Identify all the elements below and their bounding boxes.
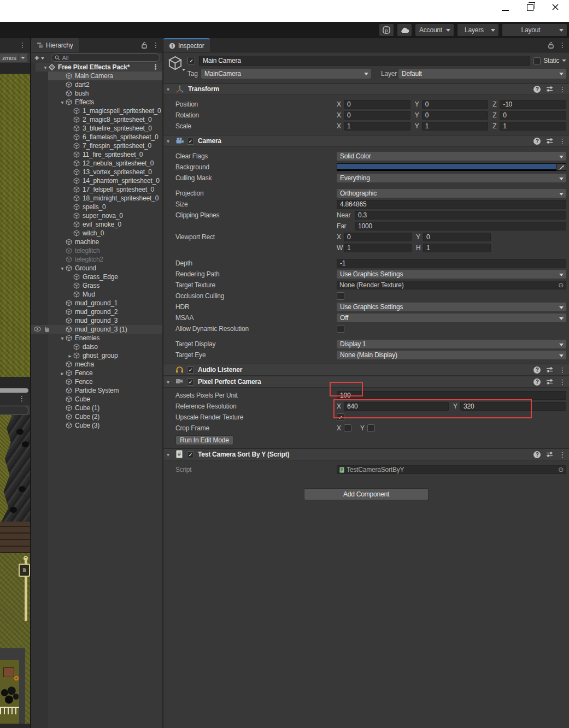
viewport-y-field[interactable]: 0 <box>423 233 491 241</box>
hierarchy-item[interactable]: Fence <box>48 377 162 386</box>
hierarchy-item[interactable]: Cube (3) <box>48 421 162 430</box>
cloud-services-button[interactable] <box>397 24 412 36</box>
eyedropper-icon[interactable] <box>556 163 566 171</box>
kebab-menu-icon[interactable]: ⋮ <box>559 451 566 458</box>
object-picker-icon[interactable]: ⊙ <box>558 281 564 289</box>
help-icon[interactable]: ? <box>533 86 541 93</box>
hierarchy-item[interactable]: 14_phantom_spritesheet_0 <box>48 176 162 185</box>
hierarchy-item[interactable]: mud_ground_2 <box>48 307 162 316</box>
layers-dropdown[interactable]: Layers <box>457 24 498 36</box>
foldout-right-icon[interactable]: ▸ <box>67 353 73 359</box>
add-component-button[interactable]: Add Component <box>304 488 429 500</box>
hierarchy-item[interactable]: teleglitch <box>48 246 162 255</box>
hierarchy-item[interactable]: witch_0 <box>48 229 162 238</box>
pick-icon[interactable] <box>44 326 50 332</box>
pixel-perfect-enabled-checkbox[interactable] <box>187 378 194 386</box>
hierarchy-item[interactable]: spells_0 <box>48 203 162 211</box>
version-control-button[interactable]: p <box>379 24 394 36</box>
presets-icon[interactable] <box>546 366 553 373</box>
size-field[interactable]: 4.864865 <box>337 200 566 209</box>
account-dropdown[interactable]: Account <box>415 24 454 36</box>
hierarchy-item[interactable]: 6_flamelash_spritesheet_0 <box>48 133 162 141</box>
hierarchy-item[interactable]: 7_firespin_spritesheet_0 <box>48 141 162 150</box>
foldout-open-icon[interactable]: ▾ <box>167 138 173 144</box>
hierarchy-item[interactable]: mecha <box>48 360 162 369</box>
tab-hierarchy[interactable]: Hierarchy <box>31 38 79 52</box>
audio-listener-header[interactable]: Audio Listener ? ⋮ <box>163 364 569 376</box>
foldout-right-icon[interactable]: ▸ <box>59 370 66 376</box>
audio-listener-enabled-checkbox[interactable] <box>187 366 194 374</box>
target-eye-dropdown[interactable]: None (Main Display) <box>337 351 566 359</box>
hierarchy-item[interactable]: 3_bluefire_spritesheet_0 <box>48 124 162 133</box>
static-checkbox[interactable] <box>533 57 541 64</box>
projection-dropdown[interactable]: Orthographic <box>337 189 566 198</box>
kebab-menu-icon[interactable]: ⋮ <box>559 138 566 145</box>
hierarchy-item[interactable]: Particle System <box>48 386 162 395</box>
script-component-header[interactable]: ▾ # Test Camera Sort By Y (Script) ? ⋮ <box>163 448 569 460</box>
scale-y-field[interactable]: 1 <box>422 122 489 131</box>
hierarchy-item[interactable]: mud_ground_3 (1) <box>31 325 162 334</box>
hierarchy-item[interactable]: bush <box>48 89 162 98</box>
viewport-x-field[interactable]: 0 <box>344 233 412 241</box>
rotation-z-field[interactable]: 0 <box>500 111 566 120</box>
viewport-w-field[interactable]: 1 <box>344 244 412 252</box>
kebab-menu-icon[interactable]: ⋮ <box>559 86 566 93</box>
kebab-menu-icon[interactable]: ⋮ <box>152 42 159 49</box>
chevron-down-icon[interactable] <box>562 60 566 62</box>
hierarchy-search-input[interactable]: All <box>51 54 160 62</box>
rotation-y-field[interactable]: 0 <box>422 111 489 120</box>
msaa-dropdown[interactable]: Off <box>337 313 566 322</box>
camera-enabled-checkbox[interactable] <box>187 138 194 145</box>
hierarchy-item[interactable]: Cube (1) <box>48 404 162 412</box>
kebab-menu-icon[interactable]: ⋮ <box>19 42 26 49</box>
position-y-field[interactable]: 0 <box>422 100 489 109</box>
close-icon[interactable] <box>552 3 559 11</box>
foldout-open-icon[interactable]: ▾ <box>167 379 173 385</box>
crop-frame-x-checkbox[interactable] <box>344 424 351 432</box>
script-field[interactable]: TestCameraSortByY ⊙ <box>337 465 566 474</box>
scale-z-field[interactable]: 1 <box>500 122 566 131</box>
run-in-edit-mode-button[interactable]: Run In Edit Mode <box>175 435 233 445</box>
occlusion-culling-checkbox[interactable] <box>337 292 344 300</box>
assets-pixels-per-unit-field[interactable]: 100 <box>337 391 566 400</box>
kebab-menu-icon[interactable]: ⋮ <box>152 63 159 70</box>
hierarchy-item[interactable]: evil_smoke_0 <box>48 220 162 229</box>
presets-icon[interactable] <box>546 86 553 92</box>
hierarchy-item[interactable]: Grass <box>48 281 162 290</box>
near-field[interactable]: 0.3 <box>355 211 566 220</box>
hierarchy-item[interactable]: machine <box>48 238 162 246</box>
foldout-down-icon[interactable]: ▾ <box>59 99 66 105</box>
chevron-down-icon[interactable] <box>182 69 185 71</box>
hierarchy-item[interactable]: Cube (2) <box>48 412 162 421</box>
hierarchy-item[interactable]: ▸Fence <box>48 369 162 377</box>
hierarchy-item[interactable]: mud_ground_1 <box>48 299 162 307</box>
clear-flags-dropdown[interactable]: Solid Color <box>337 152 566 161</box>
hierarchy-item[interactable]: Mud <box>48 290 162 299</box>
gameobject-cube-icon[interactable] <box>168 56 183 70</box>
pixel-perfect-camera-header[interactable]: ▾ Pixel Perfect Camera ? ⋮ <box>163 376 569 388</box>
layout-dropdown[interactable]: Layout <box>502 24 567 36</box>
rotation-x-field[interactable]: 0 <box>344 111 410 120</box>
hierarchy-item[interactable]: Main Camera <box>48 72 162 80</box>
unlock-icon[interactable] <box>142 42 147 49</box>
foldout-down-icon[interactable]: ▾ <box>59 265 66 271</box>
background-color-swatch[interactable] <box>337 163 556 171</box>
hierarchy-item[interactable]: 11_fire_spritesheet_0 <box>48 150 162 159</box>
object-picker-icon[interactable]: ⊙ <box>558 466 564 474</box>
script-enabled-checkbox[interactable] <box>187 451 194 458</box>
hierarchy-item[interactable]: ▾Enemies <box>48 334 162 342</box>
rendering-path-dropdown[interactable]: Use Graphics Settings <box>337 270 566 279</box>
scale-x-field[interactable]: 1 <box>344 122 410 131</box>
kebab-menu-icon[interactable]: ⋮ <box>559 42 566 49</box>
hierarchy-item[interactable]: 12_nebula_spritesheet_0 <box>48 159 162 168</box>
eye-icon[interactable] <box>34 326 41 332</box>
target-display-dropdown[interactable]: Display 1 <box>337 340 566 348</box>
hierarchy-item[interactable]: 13_vortex_spritesheet_0 <box>48 168 162 176</box>
gizmos-dropdown-partial[interactable]: zmos <box>0 54 27 62</box>
foldout-down-icon[interactable]: ▾ <box>59 335 66 341</box>
tag-dropdown[interactable]: MainCamera <box>201 69 371 79</box>
kebab-menu-icon[interactable]: ⋮ <box>18 395 25 402</box>
transform-header[interactable]: ▾ Transform ? ⋮ <box>163 83 569 95</box>
depth-field[interactable]: -1 <box>337 259 566 268</box>
hierarchy-item[interactable]: ▸ghost_group <box>48 351 162 360</box>
